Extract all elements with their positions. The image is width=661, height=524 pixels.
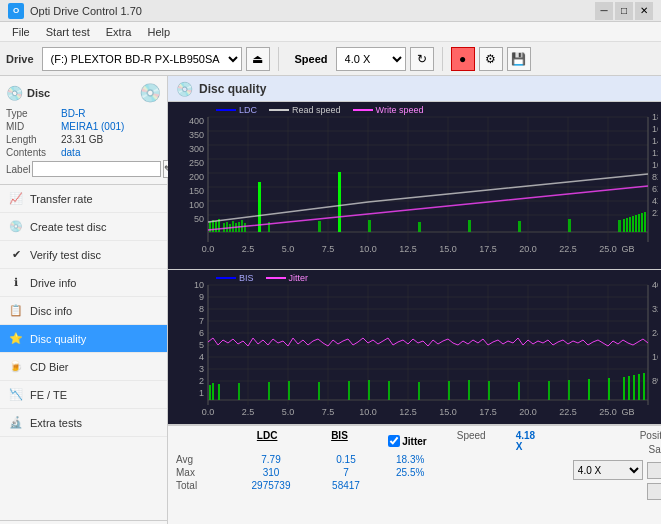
speed-select-stats[interactable]: 4.0 X	[573, 460, 643, 480]
sidebar-item-transfer-rate-label: Transfer rate	[30, 193, 93, 205]
svg-rect-128	[448, 381, 450, 400]
sidebar-item-fe-te[interactable]: 📉 FE / TE	[0, 381, 167, 409]
sidebar-item-drive-info[interactable]: ℹ Drive info	[0, 269, 167, 297]
svg-text:25.0: 25.0	[599, 244, 617, 254]
ldc-header: LDC	[244, 430, 291, 452]
svg-rect-58	[568, 219, 571, 232]
sidebar-item-disc-quality-label: Disc quality	[30, 333, 86, 345]
chart1-container: LDC Read speed Write speed 400 350 3	[168, 102, 661, 270]
svg-rect-64	[635, 215, 637, 232]
settings-button[interactable]: ⚙	[479, 47, 503, 71]
svg-text:200: 200	[189, 172, 204, 182]
svg-rect-60	[623, 219, 625, 232]
status-window-link[interactable]: Status window >>	[0, 520, 167, 524]
svg-rect-140	[643, 373, 645, 400]
svg-text:400: 400	[189, 116, 204, 126]
disc-label-label: Label	[6, 164, 30, 175]
refresh-button[interactable]: ↻	[410, 47, 434, 71]
menu-start-test[interactable]: Start test	[38, 24, 98, 40]
svg-text:2X: 2X	[652, 208, 658, 218]
disc-contents-value: data	[61, 147, 161, 158]
svg-text:0.0: 0.0	[202, 407, 215, 417]
start-full-button[interactable]: Start full	[647, 462, 661, 479]
svg-text:350: 350	[189, 130, 204, 140]
menu-bar: File Start test Extra Help	[0, 22, 661, 42]
sidebar-item-verify-test-disc[interactable]: ✔ Verify test disc	[0, 241, 167, 269]
svg-text:14X: 14X	[652, 136, 658, 146]
sidebar-item-drive-info-label: Drive info	[30, 277, 76, 289]
sidebar-item-transfer-rate[interactable]: 📈 Transfer rate	[0, 185, 167, 213]
jitter-checkbox[interactable]	[388, 435, 400, 447]
transfer-rate-icon: 📈	[8, 191, 24, 207]
svg-rect-127	[418, 382, 420, 400]
svg-text:5.0: 5.0	[282, 407, 295, 417]
disc-type-row: Type BD-R	[6, 108, 161, 119]
sidebar-item-fe-te-label: FE / TE	[30, 389, 67, 401]
menu-extra[interactable]: Extra	[98, 24, 140, 40]
close-button[interactable]: ✕	[635, 2, 653, 20]
samples-row: Samples 381596	[547, 444, 661, 455]
svg-text:10.0: 10.0	[359, 407, 377, 417]
disc-length-value: 23.31 GB	[61, 134, 161, 145]
avg-ldc: 7.79	[246, 454, 296, 465]
speed-select[interactable]: 4.0 X	[336, 47, 406, 71]
svg-rect-59	[618, 220, 621, 232]
chart2-svg: 10 9 8 7 6 5 4 3 2 1 40% 32% 24% 16% 8%	[168, 270, 658, 425]
menu-help[interactable]: Help	[139, 24, 178, 40]
start-part-button[interactable]: Start part	[647, 483, 661, 500]
sidebar-item-cd-bier[interactable]: 🍺 CD Bier	[0, 353, 167, 381]
svg-rect-129	[468, 380, 470, 400]
svg-text:10.0: 10.0	[359, 244, 377, 254]
scan-button[interactable]: ●	[451, 47, 475, 71]
disc-mid-label: MID	[6, 121, 61, 132]
ldc-legend: LDC	[216, 105, 257, 115]
disc-label-input[interactable]	[32, 161, 161, 177]
chart1-legend: LDC Read speed Write speed	[216, 105, 423, 115]
nav-items: 📈 Transfer rate 💿 Create test disc ✔ Ver…	[0, 185, 167, 520]
save-button[interactable]: 💾	[507, 47, 531, 71]
svg-rect-121	[268, 382, 270, 400]
stats-avg-row: Avg 7.79 0.15 18.3%	[176, 454, 543, 465]
sidebar-item-disc-info[interactable]: 📋 Disc info	[0, 297, 167, 325]
main-content: 💿 Disc 💿 Type BD-R MID MEIRA1 (001) Leng…	[0, 76, 661, 524]
app-icon: O	[8, 3, 24, 19]
drive-label: Drive	[6, 53, 34, 65]
svg-rect-136	[623, 377, 625, 400]
toolbar-separator2	[442, 47, 443, 71]
disc-header: 💿 Disc 💿	[6, 82, 161, 104]
svg-rect-53	[368, 220, 371, 232]
svg-rect-46	[232, 221, 234, 232]
charts-area: LDC Read speed Write speed 400 350 3	[168, 102, 661, 524]
svg-text:0.0: 0.0	[202, 244, 215, 254]
disc-header-label: Disc	[27, 87, 50, 99]
speed-header: Speed	[457, 430, 486, 452]
sidebar-item-create-test-disc-label: Create test disc	[30, 221, 106, 233]
svg-rect-137	[628, 376, 630, 400]
svg-rect-55	[418, 222, 421, 232]
fe-te-icon: 📉	[8, 387, 24, 403]
menu-file[interactable]: File	[4, 24, 38, 40]
position-row: Position 23862 MB	[547, 430, 661, 441]
sidebar-item-extra-tests[interactable]: 🔬 Extra tests	[0, 409, 167, 437]
jitter-legend-label: Jitter	[289, 273, 309, 283]
eject-button[interactable]: ⏏	[246, 47, 270, 71]
drive-info-icon: ℹ	[8, 275, 24, 291]
stats-max-row: Max 310 7 25.5%	[176, 467, 543, 478]
disc-length-label: Length	[6, 134, 61, 145]
drive-select[interactable]: (F:) PLEXTOR BD-R PX-LB950SA 1.06	[42, 47, 242, 71]
minimize-button[interactable]: ─	[595, 2, 613, 20]
stats-table: LDC BIS Jitter Speed 4.18 X Avg 7.79	[176, 430, 543, 491]
sidebar-item-cd-bier-label: CD Bier	[30, 361, 69, 373]
maximize-button[interactable]: □	[615, 2, 633, 20]
sidebar-item-create-test-disc[interactable]: 💿 Create test disc	[0, 213, 167, 241]
chart1-svg: 400 350 300 250 200 150 100 50 18X 16X 1…	[168, 102, 658, 270]
disc-mid-row: MID MEIRA1 (001)	[6, 121, 161, 132]
toolbar-separator	[278, 47, 279, 71]
sidebar-item-disc-quality[interactable]: ⭐ Disc quality	[0, 325, 167, 353]
svg-rect-125	[368, 380, 370, 400]
svg-text:5.0: 5.0	[282, 244, 295, 254]
svg-rect-120	[238, 383, 240, 400]
sidebar-item-extra-tests-label: Extra tests	[30, 417, 82, 429]
svg-text:32%: 32%	[652, 304, 658, 314]
svg-rect-139	[638, 374, 640, 400]
